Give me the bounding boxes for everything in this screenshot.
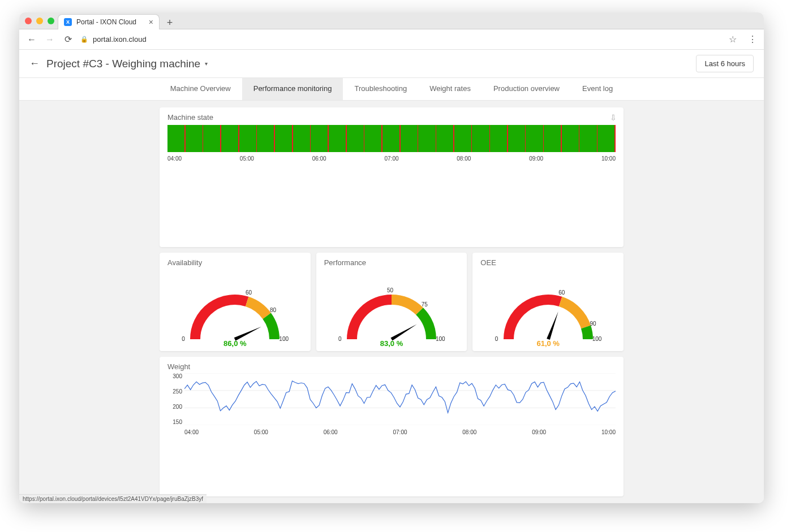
lock-icon: 🔒 [80,36,88,43]
close-window-button[interactable] [25,18,32,24]
svg-marker-2 [547,312,558,340]
page-title-text: Project #C3 - Weighing machine [46,58,200,70]
availability-gauge-card: Availability0608010086,0 % [160,253,311,351]
back-icon[interactable]: ← [26,34,37,45]
machine-state-strip [167,125,616,152]
weight-chart-area: 300250200150 04:0005:0006:0007:0008:0009… [167,373,616,435]
weight-line-plot [184,373,616,425]
card-title: Performance [324,258,366,267]
tab-troubleshooting[interactable]: Troubleshooting [343,78,418,100]
tab-title: Portal - IXON Cloud [76,18,136,26]
weight-y-axis: 300250200150 [167,373,182,425]
tab-event-log[interactable]: Event log [571,78,624,100]
svg-marker-0 [234,327,261,341]
card-title: Weight [167,362,616,371]
weight-x-axis: 04:0005:0006:0007:0008:0009:0010:00 [184,429,616,435]
address-bar-row: ← → ⟳ 🔒 portal.ixon.cloud ☆ ⋮ [19,29,764,50]
title-bar: X Portal - IXON Cloud × + [19,12,764,29]
machine-state-card: Machine state ⇩ 04:0005:0006:0007:0008:0… [160,107,624,247]
window-controls [25,18,54,24]
card-title: Availability [167,258,202,267]
gauge-value: 83,0 % [380,339,403,348]
close-tab-button[interactable]: × [149,18,153,27]
performance-gauge-card: Performance0507510083,0 % [316,253,467,351]
url-text: portal.ixon.cloud [93,35,147,44]
gauge-value: 61,0 % [536,339,559,348]
svg-marker-1 [390,325,416,341]
tab-production-overview[interactable]: Production overview [482,78,571,100]
tab-weight-rates[interactable]: Weight rates [418,78,482,100]
app-back-button[interactable]: ← [29,58,40,70]
favicon-icon: X [64,18,72,26]
page-title[interactable]: Project #C3 - Weighing machine ▾ [46,58,208,70]
status-url: https://portal.ixon.cloud/portal/devices… [23,496,203,502]
card-title: OEE [480,258,496,267]
tab-performance-monitoring[interactable]: Performance monitoring [242,78,343,100]
gauges-row: Availability0608010086,0 % Performance05… [160,253,624,351]
tab-machine-overview[interactable]: Machine Overview [159,78,242,100]
card-title: Machine state [167,113,616,122]
maximize-window-button[interactable] [48,18,54,24]
download-icon[interactable]: ⇩ [610,113,617,122]
app-tab-bar: Machine OverviewPerformance monitoringTr… [19,78,764,101]
reload-icon[interactable]: ⟳ [62,34,74,45]
machine-state-time-axis: 04:0005:0006:0007:0008:0009:0010:00 [167,155,616,162]
browser-menu-icon[interactable]: ⋮ [748,34,757,45]
bookmark-icon[interactable]: ☆ [729,34,737,45]
new-tab-button[interactable]: + [163,16,177,29]
browser-tab-strip: X Portal - IXON Cloud × + [58,14,177,29]
oee-gauge-card: OEE0609010061,0 % [472,253,624,351]
browser-tab[interactable]: X Portal - IXON Cloud × [58,14,160,29]
weight-chart-card: Weight 300250200150 04:0005:0006:0007:00… [160,357,624,496]
address-bar[interactable]: 🔒 portal.ixon.cloud [80,33,722,46]
app-content: ← Project #C3 - Weighing machine ▾ Last … [19,50,764,503]
dashboard-content: Machine state ⇩ 04:0005:0006:0007:0008:0… [19,101,764,503]
chevron-down-icon: ▾ [205,60,208,67]
forward-icon[interactable]: → [44,34,55,45]
status-bar: https://portal.ixon.cloud/portal/devices… [19,494,207,503]
browser-window: X Portal - IXON Cloud × + ← → ⟳ 🔒 portal… [19,12,764,503]
app-header: ← Project #C3 - Weighing machine ▾ Last … [19,50,764,78]
gauge-value: 86,0 % [223,339,246,348]
minimize-window-button[interactable] [36,18,43,24]
time-range-button[interactable]: Last 6 hours [696,55,754,72]
